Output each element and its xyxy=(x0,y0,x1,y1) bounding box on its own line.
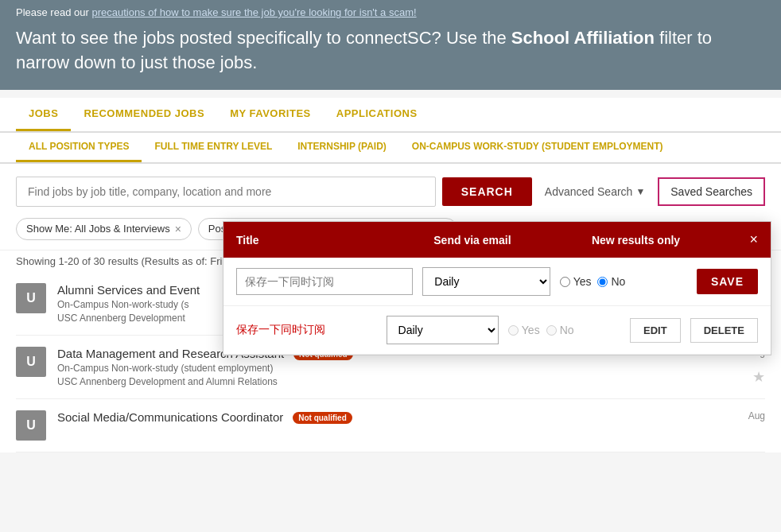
school-affiliation-text: Want to see the jobs posted specifically… xyxy=(16,26,765,76)
advanced-search-button[interactable]: Advanced Search ▼ xyxy=(538,177,651,206)
tab-applications[interactable]: APPLICATIONS xyxy=(324,98,430,131)
tab-recommended-jobs[interactable]: RECOMMENDED JOBS xyxy=(71,98,217,131)
popup-frequency-select-wrap: Daily Weekly Never xyxy=(422,267,550,296)
popup-header-title: Title xyxy=(236,234,433,247)
popup-header-email: Send via email xyxy=(433,234,592,247)
popup-header: Title Send via email New results only × xyxy=(223,222,771,258)
filter-chip-show-me: Show Me: All Jobs & Interviews × xyxy=(16,218,192,240)
close-icon[interactable]: × xyxy=(749,231,758,248)
popup-new-row: Daily Weekly Never Yes No SAVE xyxy=(223,258,771,306)
saved-search-title-input[interactable] xyxy=(236,268,413,295)
table-row: U Social Media/Communications Coordinato… xyxy=(16,399,765,452)
popup-header-results: New results only xyxy=(592,234,750,247)
scam-text: Please read our precautions of how to ma… xyxy=(16,6,765,18)
search-button[interactable]: SEARCH xyxy=(442,177,532,206)
tab-all-position-types[interactable]: ALL POSITION TYPES xyxy=(16,133,142,162)
radio-no-label[interactable]: No xyxy=(597,275,625,288)
popup-radio-group: Yes No xyxy=(560,275,687,288)
avatar: U xyxy=(16,283,46,313)
tab-on-campus-work-study[interactable]: ON-CAMPUS WORK-STUDY (STUDENT EMPLOYMENT… xyxy=(399,133,676,162)
popup-frequency-select[interactable]: Daily Weekly Never xyxy=(422,267,550,296)
radio-yes-label[interactable]: Yes xyxy=(560,275,592,288)
primary-tabs: JOBS RECOMMENDED JOBS MY FAVORITES APPLI… xyxy=(0,98,781,133)
existing-radio-yes-label: Yes xyxy=(508,324,540,336)
avatar: U xyxy=(16,347,46,377)
job-date: Aug xyxy=(748,410,765,421)
popup-existing-row: 保存一下同时订阅 Daily Weekly Never Yes No EDIT … xyxy=(223,306,771,355)
secondary-tabs: ALL POSITION TYPES FULL TIME ENTRY LEVEL… xyxy=(0,133,781,164)
job-subtitle1: On-Campus Non-work-study (student employ… xyxy=(57,363,765,374)
chevron-down-icon: ▼ xyxy=(635,186,645,197)
job-subtitle2: USC Annenberg Development and Alumni Rel… xyxy=(57,376,765,387)
not-qualified-badge: Not qualified xyxy=(293,412,352,424)
job-title[interactable]: Alumni Services and Event xyxy=(57,283,200,297)
job-info: Social Media/Communications Coordinator … xyxy=(57,410,765,424)
search-input[interactable] xyxy=(16,177,436,207)
scam-link[interactable]: precautions of how to make sure the job … xyxy=(91,6,416,18)
popup-edit-button[interactable]: EDIT xyxy=(630,318,681,343)
avatar: U xyxy=(16,410,46,441)
radio-no[interactable] xyxy=(597,277,608,287)
popup-existing-radio-group: Yes No xyxy=(508,324,620,336)
top-banner: Please read our precautions of how to ma… xyxy=(0,0,781,90)
search-area: SEARCH Advanced Search ▼ Saved Searches xyxy=(0,164,781,215)
tab-jobs[interactable]: JOBS xyxy=(16,98,71,131)
popup-existing-frequency-select-wrap: Daily Weekly Never xyxy=(387,316,499,344)
existing-radio-no-label: No xyxy=(546,324,574,336)
popup-existing-frequency-select[interactable]: Daily Weekly Never xyxy=(387,316,499,344)
tab-my-favorites[interactable]: MY FAVORITES xyxy=(217,98,324,131)
radio-yes[interactable] xyxy=(560,277,570,287)
tab-internship-paid[interactable]: INTERNSHIP (PAID) xyxy=(285,133,399,162)
existing-search-title[interactable]: 保存一下同时订阅 xyxy=(236,323,377,337)
existing-radio-no xyxy=(546,325,557,336)
remove-show-me-filter[interactable]: × xyxy=(175,223,181,235)
advanced-search-label: Advanced Search xyxy=(545,185,633,198)
search-input-wrap xyxy=(16,177,436,207)
tab-full-time-entry[interactable]: FULL TIME ENTRY LEVEL xyxy=(142,133,285,162)
saved-searches-button[interactable]: Saved Searches xyxy=(658,177,765,206)
existing-radio-yes xyxy=(508,325,519,336)
star-icon[interactable]: ★ xyxy=(752,368,765,386)
popup-save-button[interactable]: SAVE xyxy=(697,269,758,294)
popup-delete-button[interactable]: DELETE xyxy=(690,318,758,343)
job-title[interactable]: Social Media/Communications Coordinator xyxy=(57,410,283,424)
saved-searches-popup: Title Send via email New results only × … xyxy=(223,221,771,355)
